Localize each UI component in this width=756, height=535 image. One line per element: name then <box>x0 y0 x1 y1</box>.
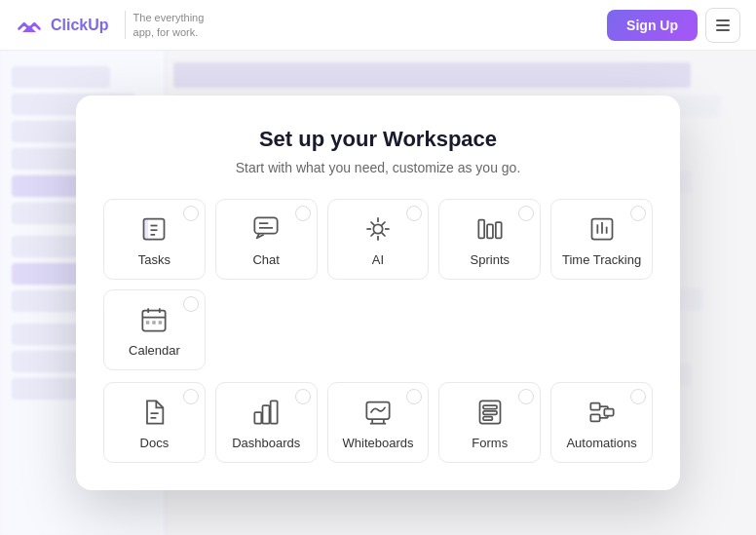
feature-automations[interactable]: Automations <box>550 382 653 463</box>
svg-rect-29 <box>255 412 262 424</box>
clickup-logo-icon <box>16 12 43 39</box>
svg-rect-40 <box>590 403 599 410</box>
menu-line <box>716 24 730 26</box>
menu-button[interactable] <box>705 8 740 43</box>
svg-rect-37 <box>483 405 497 409</box>
logo-text: ClickUp <box>51 17 109 34</box>
svg-rect-42 <box>604 409 613 416</box>
calendar-icon <box>138 304 170 335</box>
calendar-label: Calendar <box>129 343 180 358</box>
feature-calendar[interactable]: Calendar <box>103 289 206 370</box>
svg-rect-31 <box>271 401 278 423</box>
time-tracking-label: Time Tracking <box>562 252 641 267</box>
features-row-2: Docs Dashboards <box>103 382 653 463</box>
feature-tasks[interactable]: Tasks <box>103 199 206 280</box>
modal-subtitle: Start with what you need, customize as y… <box>103 160 653 175</box>
docs-check <box>183 389 199 404</box>
svg-rect-20 <box>143 311 166 331</box>
svg-rect-15 <box>496 222 502 238</box>
feature-ai[interactable]: AI <box>327 199 430 280</box>
feature-dashboards[interactable]: Dashboards <box>215 382 318 463</box>
svg-rect-4 <box>144 219 149 240</box>
dashboards-icon <box>250 397 282 428</box>
setup-modal: Set up your Workspace Start with what yo… <box>76 96 680 490</box>
feature-whiteboards[interactable]: Whiteboards <box>327 382 430 463</box>
calendar-check <box>183 296 199 312</box>
dashboards-check <box>295 389 311 404</box>
sprints-icon <box>474 213 506 245</box>
tasks-check <box>183 206 199 221</box>
menu-line <box>716 29 730 31</box>
svg-rect-5 <box>255 217 278 233</box>
modal-overlay: Set up your Workspace Start with what yo… <box>0 51 756 535</box>
topbar: ClickUp The everything app, for work. Si… <box>0 0 756 51</box>
svg-rect-13 <box>478 220 484 239</box>
logo-tagline: The everything app, for work. <box>125 11 205 39</box>
topbar-right: Sign Up <box>607 8 740 43</box>
feature-forms[interactable]: Forms <box>438 382 541 463</box>
feature-chat[interactable]: Chat <box>215 199 318 280</box>
sprints-label: Sprints <box>471 252 510 267</box>
svg-rect-38 <box>483 411 497 415</box>
forms-check <box>518 389 534 404</box>
feature-sprints[interactable]: Sprints <box>438 199 541 280</box>
svg-rect-41 <box>590 414 599 421</box>
chat-label: Chat <box>252 252 279 267</box>
menu-line <box>716 19 730 21</box>
modal-title: Set up your Workspace <box>103 127 653 152</box>
docs-label: Docs <box>140 436 170 450</box>
feature-docs[interactable]: Docs <box>103 382 206 463</box>
signup-button[interactable]: Sign Up <box>607 10 698 41</box>
whiteboards-check <box>406 389 422 404</box>
svg-rect-26 <box>159 321 163 325</box>
svg-rect-24 <box>146 321 150 325</box>
chat-check <box>295 206 311 221</box>
ai-check <box>406 206 422 221</box>
svg-rect-25 <box>153 321 157 325</box>
automations-check <box>630 389 646 404</box>
svg-rect-39 <box>483 417 492 421</box>
chat-icon <box>250 213 282 245</box>
forms-icon <box>474 397 506 428</box>
time-tracking-check <box>630 206 646 221</box>
ai-icon <box>362 213 394 245</box>
forms-label: Forms <box>472 436 508 450</box>
feature-time-tracking[interactable]: Time Tracking <box>550 199 653 280</box>
tasks-label: Tasks <box>138 252 170 267</box>
automations-label: Automations <box>566 436 636 450</box>
dashboards-label: Dashboards <box>232 436 300 450</box>
whiteboards-label: Whiteboards <box>343 436 414 450</box>
tasks-icon <box>138 213 170 245</box>
docs-icon <box>138 397 170 428</box>
sprints-check <box>518 206 534 221</box>
automations-icon <box>586 397 618 428</box>
logo-area: ClickUp The everything app, for work. <box>16 11 204 39</box>
ai-label: AI <box>372 252 384 267</box>
svg-rect-30 <box>263 405 270 424</box>
whiteboards-icon <box>362 397 394 428</box>
svg-point-8 <box>373 224 382 233</box>
features-row-1: Tasks Chat <box>103 199 653 370</box>
time-tracking-icon <box>586 213 618 245</box>
svg-rect-14 <box>487 224 493 238</box>
